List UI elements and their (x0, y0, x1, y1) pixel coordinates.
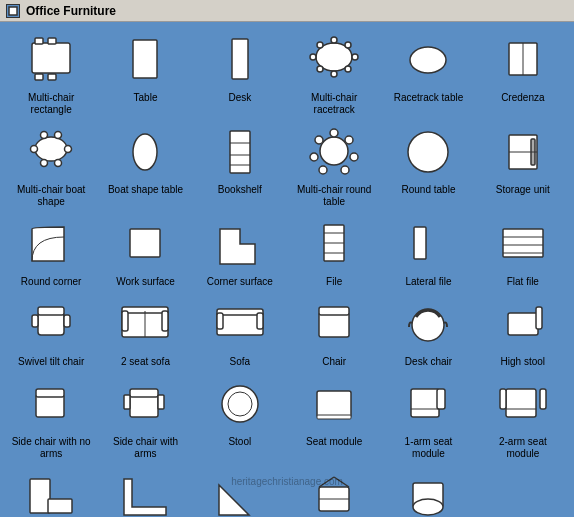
item-seat-30-out[interactable]: Seat 30 deg out-module (383, 466, 473, 517)
item-2-arm-seat-module[interactable]: 2-arm seat module (478, 374, 568, 460)
item-stool[interactable]: Stool (195, 374, 285, 460)
svg-rect-87 (540, 389, 546, 409)
item-2-seat-sofa[interactable]: 2 seat sofa (100, 294, 190, 368)
item-label: Swivel tilt chair (18, 356, 84, 368)
svg-point-25 (55, 160, 62, 167)
item-lateral-file[interactable]: Lateral file (383, 214, 473, 288)
svg-rect-72 (36, 395, 64, 417)
item-desk-chair[interactable]: Desk chair (383, 294, 473, 368)
item-label: Round table (402, 184, 456, 196)
item-multi-chair-boat-shape[interactable]: Multi-chair boat shape (6, 122, 96, 208)
svg-rect-56 (32, 315, 38, 327)
svg-rect-76 (124, 395, 130, 409)
item-label: Multi-chair rectangle (11, 92, 91, 116)
svg-rect-71 (536, 307, 542, 329)
svg-point-13 (331, 71, 337, 77)
item-label: Desk chair (405, 356, 452, 368)
svg-rect-74 (130, 395, 158, 417)
item-label: File (326, 276, 342, 288)
svg-rect-89 (30, 479, 50, 513)
item-seat-30-in[interactable]: Seat 30 deg in-module (289, 466, 379, 517)
svg-rect-82 (411, 389, 439, 417)
item-chair[interactable]: Chair (289, 294, 379, 368)
svg-rect-85 (506, 389, 536, 417)
item-label: 1-arm seat module (388, 436, 468, 460)
svg-point-21 (31, 146, 38, 153)
item-corner-surface[interactable]: Corner surface (195, 214, 285, 288)
svg-point-26 (41, 160, 48, 167)
item-45-deg-table[interactable]: 45 deg table (195, 466, 285, 517)
item-label: Racetrack table (394, 92, 463, 104)
item-desk[interactable]: Desk (195, 30, 285, 116)
item-label: Bookshelf (218, 184, 262, 196)
item-label: Multi-chair boat shape (11, 184, 91, 208)
item-label: Seat module (306, 436, 362, 448)
svg-point-24 (65, 146, 72, 153)
item-work-surface[interactable]: Work surface (100, 214, 190, 288)
item-multi-chair-rectangle[interactable]: Multi-chair rectangle (6, 30, 96, 116)
item-flat-file[interactable]: Flat file (478, 214, 568, 288)
item-label: 2 seat sofa (121, 356, 170, 368)
item-label: Table (134, 92, 158, 104)
svg-point-96 (413, 499, 443, 515)
svg-rect-6 (133, 40, 157, 78)
svg-rect-61 (162, 311, 168, 331)
svg-point-33 (330, 129, 338, 137)
svg-rect-57 (64, 315, 70, 327)
svg-rect-64 (217, 309, 263, 315)
item-label: Sofa (230, 356, 251, 368)
item-high-stool[interactable]: High stool (478, 294, 568, 368)
svg-line-94 (334, 477, 349, 487)
item-file[interactable]: File (289, 214, 379, 288)
item-racetrack-table[interactable]: Racetrack table (383, 30, 473, 116)
svg-rect-2 (35, 38, 43, 44)
item-label: Round corner (21, 276, 82, 288)
item-90-deg-table[interactable]: 90 deg table (100, 466, 190, 517)
svg-rect-73 (36, 389, 64, 397)
item-label: Side chair with arms (105, 436, 185, 460)
svg-point-27 (133, 134, 157, 170)
svg-rect-0 (9, 7, 17, 15)
svg-point-38 (310, 153, 318, 161)
item-side-chair-no-arms[interactable]: Side chair with no arms (6, 374, 96, 460)
svg-point-37 (319, 166, 327, 174)
item-label: Work surface (116, 276, 175, 288)
svg-point-12 (317, 66, 323, 72)
item-table[interactable]: Table (100, 30, 190, 116)
item-label: Desk (228, 92, 251, 104)
item-bookshelf[interactable]: Bookshelf (195, 122, 285, 208)
item-label: Storage unit (496, 184, 550, 196)
grid-container: Multi-chair rectangle Table Desk (0, 22, 574, 517)
svg-point-34 (345, 136, 353, 144)
item-boat-shape-table[interactable]: Boat shape table (100, 122, 190, 208)
item-label: Side chair with no arms (11, 436, 91, 460)
item-sofa[interactable]: Sofa (195, 294, 285, 368)
item-seat-module[interactable]: Seat module (289, 374, 379, 460)
item-round-table[interactable]: Round table (383, 122, 473, 208)
svg-rect-4 (35, 74, 43, 80)
svg-point-9 (331, 37, 337, 43)
svg-point-22 (41, 132, 48, 139)
item-multi-chair-racetrack[interactable]: Multi-chair racetrack (289, 30, 379, 116)
svg-rect-66 (257, 313, 263, 329)
item-round-corner[interactable]: Round corner (6, 214, 96, 288)
item-credenza[interactable]: Credenza (478, 30, 568, 116)
svg-rect-83 (437, 389, 445, 409)
svg-rect-75 (130, 389, 158, 397)
svg-rect-90 (48, 499, 72, 513)
item-corner-table[interactable]: Corner table (6, 466, 96, 517)
svg-point-39 (315, 136, 323, 144)
svg-rect-7 (232, 39, 248, 79)
item-multi-chair-round-table[interactable]: Multi-chair round table (289, 122, 379, 208)
item-label: High stool (501, 356, 545, 368)
item-storage-unit[interactable]: Storage unit (478, 122, 568, 208)
svg-rect-28 (230, 131, 250, 173)
item-swivel-tilt-chair[interactable]: Swivel tilt chair (6, 294, 96, 368)
svg-point-11 (310, 54, 316, 60)
svg-point-35 (350, 153, 358, 161)
item-1-arm-seat-module[interactable]: 1-arm seat module (383, 374, 473, 460)
svg-point-14 (345, 66, 351, 72)
svg-point-32 (320, 137, 348, 165)
item-side-chair-arms[interactable]: Side chair with arms (100, 374, 190, 460)
svg-point-78 (222, 386, 258, 422)
